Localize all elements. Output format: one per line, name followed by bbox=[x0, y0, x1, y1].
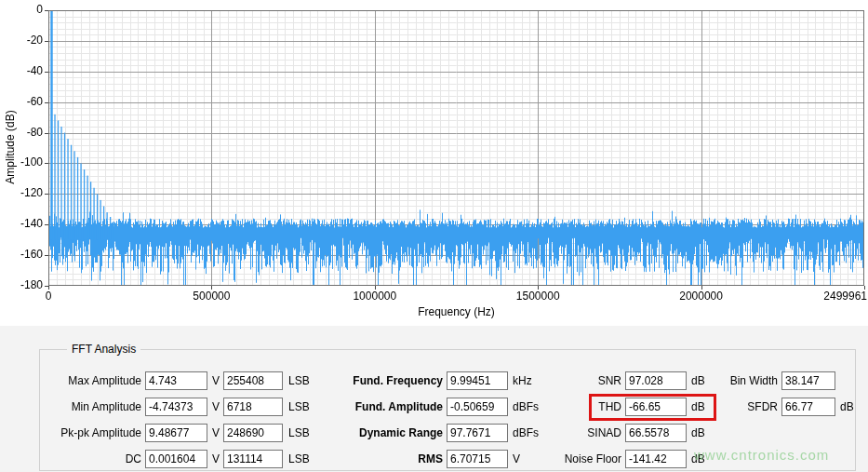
x-tick-label: 1500000 bbox=[516, 290, 560, 303]
field-unit: dB bbox=[840, 400, 854, 413]
sfdr-input[interactable]: 66.77 bbox=[781, 398, 835, 416]
y-tick-label: -80 bbox=[4, 126, 43, 139]
fft-spectrum-canvas bbox=[0, 0, 868, 324]
bin-width-input[interactable]: 38.147 bbox=[781, 371, 835, 390]
y-tick-label: -120 bbox=[4, 186, 43, 199]
fft-chart: Amplitude (dB) Frequency (Hz) 0500000100… bbox=[0, 0, 868, 324]
x-tick-label: 2000000 bbox=[679, 290, 723, 303]
y-tick-label: -40 bbox=[4, 64, 43, 77]
y-tick-label: -180 bbox=[4, 278, 43, 291]
y-tick-label: -100 bbox=[4, 155, 43, 169]
y-tick-label: 0 bbox=[4, 3, 43, 16]
field-label: Noise Floor bbox=[521, 452, 621, 466]
x-tick-label: 1000000 bbox=[353, 290, 396, 303]
fft-analyzer-window: Amplitude (dB) Frequency (Hz) 0500000100… bbox=[0, 0, 868, 472]
field-label: Bin Width bbox=[675, 373, 778, 388]
field-unit: dB bbox=[691, 426, 705, 439]
field-bin-width: Bin Width 38.147 bbox=[0, 371, 868, 392]
y-tick-label: -20 bbox=[4, 34, 43, 47]
field-label: SFDR bbox=[675, 399, 778, 414]
x-tick-label: 0 bbox=[46, 290, 52, 303]
field-label: SINAD bbox=[521, 425, 621, 440]
field-sfdr: SFDR 66.77 dB bbox=[0, 398, 868, 418]
y-tick-label: -60 bbox=[4, 95, 43, 108]
x-tick-label: 2499961 bbox=[823, 290, 867, 303]
groupbox-legend: FFT Analysis bbox=[67, 343, 140, 356]
sinad-input[interactable]: 66.5578 bbox=[625, 424, 687, 442]
noise-floor-input[interactable]: -141.42 bbox=[625, 450, 687, 468]
x-tick-label: 500000 bbox=[193, 290, 230, 303]
y-tick-label: -140 bbox=[4, 217, 43, 230]
watermark: www.cntronics.com bbox=[694, 447, 829, 463]
y-tick-label: -160 bbox=[4, 248, 43, 261]
field-sinad: SINAD 66.5578 dB bbox=[0, 424, 868, 444]
x-axis-label: Frequency (Hz) bbox=[48, 305, 864, 318]
